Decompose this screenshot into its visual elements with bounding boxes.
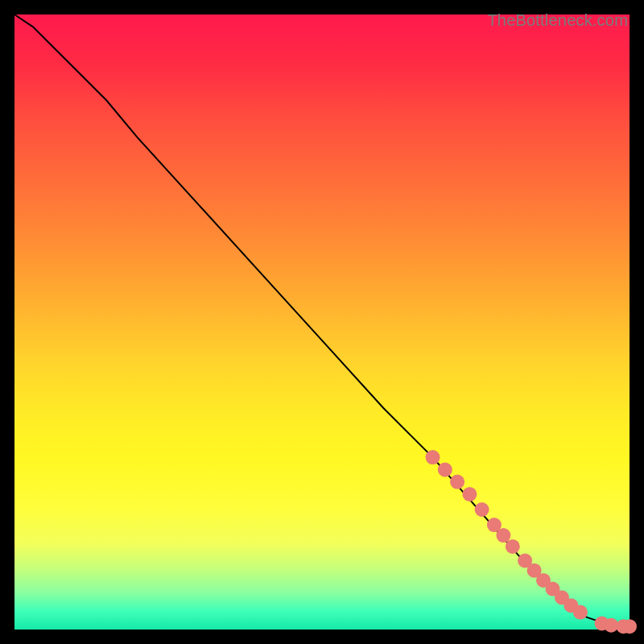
curve-layer [14,14,630,626]
data-point [496,528,510,543]
data-point [426,450,440,464]
data-point [622,619,637,634]
chart-svg [14,14,630,630]
data-point [604,618,618,633]
data-point [462,487,477,502]
data-point [506,539,520,554]
bottleneck-curve [14,14,630,626]
data-point [475,502,489,517]
data-point [450,475,464,489]
data-point [438,462,452,477]
data-point [573,605,588,620]
plot-frame: TheBottleneck.com [14,14,630,630]
marker-layer [426,450,638,634]
